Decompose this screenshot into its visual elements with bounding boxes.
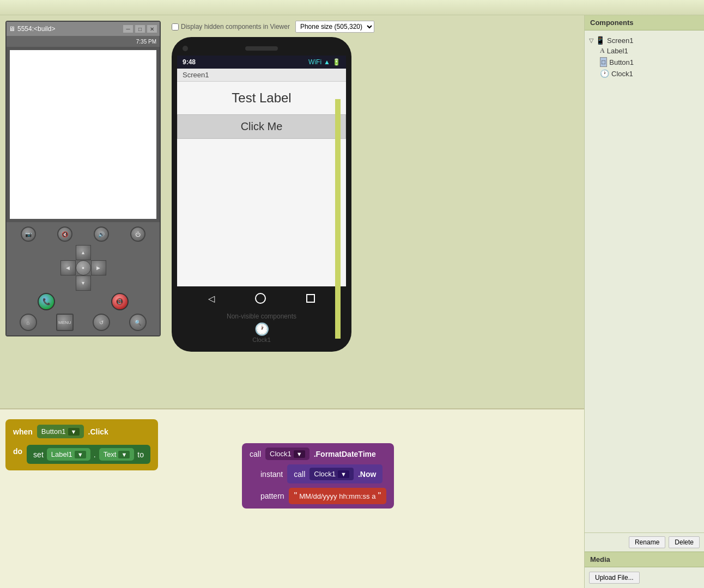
emu-vol-btn[interactable]: 🔊 xyxy=(94,226,109,242)
pattern-value: MM/dd/yyyy hh:mm:ss a xyxy=(299,492,375,500)
emu-camera-btn[interactable]: 📷 xyxy=(21,226,36,242)
right-panel: Components ▽ 📱 Screen1 A Label1 □ Button… xyxy=(584,15,704,588)
pattern-label: pattern xyxy=(250,492,284,500)
emu-bottom-row: ⌂ MENU ↺ 🔍 xyxy=(10,314,156,331)
clock-component-label: Clock1 xyxy=(177,336,346,343)
clock1-call-block[interactable]: Clock1 ▼ xyxy=(265,448,309,460)
emulator-time: 7:35 PM xyxy=(136,39,156,45)
label1-block[interactable]: Label1 ▼ xyxy=(47,448,90,461)
phone-click-button[interactable]: Click Me xyxy=(177,114,346,139)
delete-button[interactable]: Delete xyxy=(669,536,700,548)
call-label: call xyxy=(250,450,261,458)
phone-bottom-bar: ◁ xyxy=(177,286,346,308)
wifi-icon: WiFi xyxy=(308,58,321,66)
emulator-maximize-btn[interactable]: □ xyxy=(135,24,145,33)
signal-icon: ▲ xyxy=(324,58,330,66)
tree-item-clock1[interactable]: 🕐 Clock1 xyxy=(600,68,700,79)
instant-row: instant call Clock1 ▼ .Now xyxy=(250,464,386,483)
set-label: set xyxy=(33,450,44,459)
emulator-close-btn[interactable]: ✕ xyxy=(147,24,157,33)
emulator-minimize-btn[interactable]: ─ xyxy=(123,24,133,33)
media-area: Upload File... xyxy=(585,567,704,588)
to-label: to xyxy=(137,450,144,459)
phone-camera xyxy=(183,46,188,51)
emu-back-btn[interactable]: ↺ xyxy=(93,314,110,331)
emu-mute-btn[interactable]: 🔇 xyxy=(57,226,72,242)
quote-close: " xyxy=(378,491,381,501)
blocks-area: when Button1 ▼ .Click do set Label1 ▼ . xyxy=(0,408,584,588)
hidden-components-checkbox-label[interactable]: Display hidden components in Viewer xyxy=(172,23,290,30)
phone-size-select[interactable]: Phone size (505,320) xyxy=(295,21,374,33)
phone-home-btn[interactable] xyxy=(255,293,266,304)
phone-time: 9:48 xyxy=(183,58,196,66)
clock1b-block[interactable]: Clock1 ▼ xyxy=(309,468,354,480)
emu-home-btn[interactable]: ⌂ xyxy=(20,314,37,331)
call-now-block: call Clock1 ▼ .Now xyxy=(287,464,383,483)
emu-endcall-btn[interactable]: 📵 xyxy=(111,293,129,310)
label1-dropdown[interactable]: ▼ xyxy=(75,451,86,458)
emu-search-btn[interactable]: 🔍 xyxy=(129,314,147,331)
tree-item-screen1[interactable]: ▽ 📱 Screen1 xyxy=(589,35,700,46)
hidden-components-label: Display hidden components in Viewer xyxy=(181,23,290,30)
tree-expand-screen1[interactable]: ▽ xyxy=(589,37,593,44)
emulator-title-label: 5554:<build> xyxy=(17,25,55,33)
clock1-call-dropdown[interactable]: ▼ xyxy=(294,450,305,458)
emu-dpad-left[interactable]: ◀ xyxy=(60,260,76,275)
emu-dpad-right[interactable]: ▶ xyxy=(91,260,106,275)
emulator-titlebar: 🖥 5554:<build> ─ □ ✕ xyxy=(7,22,160,36)
text-prop-label: Text xyxy=(104,450,117,458)
components-footer: Rename Delete xyxy=(585,532,704,552)
emulator-title: 🖥 5554:<build> xyxy=(9,25,55,33)
button1-icon: □ xyxy=(600,57,607,67)
pattern-value-block: " MM/dd/yyyy hh:mm:ss a " xyxy=(289,488,387,504)
when-label: when xyxy=(13,427,33,436)
label1-icon: A xyxy=(600,47,605,55)
clock1b-dropdown[interactable]: ▼ xyxy=(338,470,349,478)
emulator-screen xyxy=(10,50,156,219)
phone-button-area: Click Me xyxy=(177,114,346,139)
quote-open: " xyxy=(294,491,298,501)
clock1-icon: 🕐 xyxy=(600,69,609,78)
emu-dpad-center[interactable]: ● xyxy=(76,260,91,275)
instant-label: instant xyxy=(250,470,283,479)
emu-top-btns: 📷 🔇 🔊 ⏻ xyxy=(10,226,156,242)
emulator-controls: ─ □ ✕ xyxy=(123,24,157,33)
viewer-options: Display hidden components in Viewer Phon… xyxy=(172,21,374,33)
clock1-label: Clock1 xyxy=(611,70,633,78)
phone-back-btn[interactable]: ◁ xyxy=(208,293,215,304)
hidden-components-checkbox[interactable] xyxy=(172,23,179,30)
dot1-label: . xyxy=(94,450,96,459)
clock-icon: 🕐 xyxy=(254,322,269,336)
emu-menu-btn[interactable]: MENU xyxy=(56,314,74,331)
clock1-call-label: Clock1 xyxy=(270,450,292,458)
text-prop-block[interactable]: Text ▼ xyxy=(99,448,135,461)
tree-item-button1[interactable]: □ Button1 xyxy=(600,56,700,68)
phone-recents-btn[interactable] xyxy=(306,294,315,303)
do-label: do xyxy=(13,443,22,456)
text-dropdown[interactable]: ▼ xyxy=(118,451,130,458)
call-row: call Clock1 ▼ .FormatDateTime xyxy=(250,448,386,460)
clock-icon-area: 🕐 Clock1 xyxy=(177,322,346,343)
set-block: set Label1 ▼ . Text ▼ to xyxy=(27,445,150,464)
phone-status-bar: 9:48 WiFi ▲ 🔋 xyxy=(177,56,346,69)
emulator-status-bar: 7:35 PM xyxy=(7,36,160,47)
top-bar xyxy=(0,0,704,15)
media-header: Media xyxy=(585,552,704,567)
upload-file-button[interactable]: Upload File... xyxy=(589,572,640,584)
emu-dpad-up[interactable]: ▲ xyxy=(76,245,91,260)
when-block: when Button1 ▼ .Click do set Label1 ▼ . xyxy=(5,419,158,470)
phone-screen-content: Screen1 Test Label Click Me xyxy=(177,69,346,286)
emu-call-btn[interactable]: 📞 xyxy=(38,293,55,310)
when-block-top-row: when Button1 ▼ .Click xyxy=(5,419,158,443)
label1-label: Label1 xyxy=(607,47,628,55)
emu-dpad-down[interactable]: ▼ xyxy=(76,275,91,291)
emulator-icon: 🖥 xyxy=(9,25,15,33)
button1-block[interactable]: Button1 ▼ xyxy=(37,425,84,438)
phone-mockup: 9:48 WiFi ▲ 🔋 Screen1 Test Label Click M… xyxy=(172,37,351,352)
call-block: call Clock1 ▼ .FormatDateTime instant ca… xyxy=(242,443,394,509)
tree-item-label1[interactable]: A Label1 xyxy=(600,46,700,56)
rename-button[interactable]: Rename xyxy=(629,536,665,548)
screen1-icon: 📱 xyxy=(596,36,605,45)
emu-power-btn[interactable]: ⏻ xyxy=(130,226,145,242)
button1-dropdown[interactable]: ▼ xyxy=(68,428,80,436)
